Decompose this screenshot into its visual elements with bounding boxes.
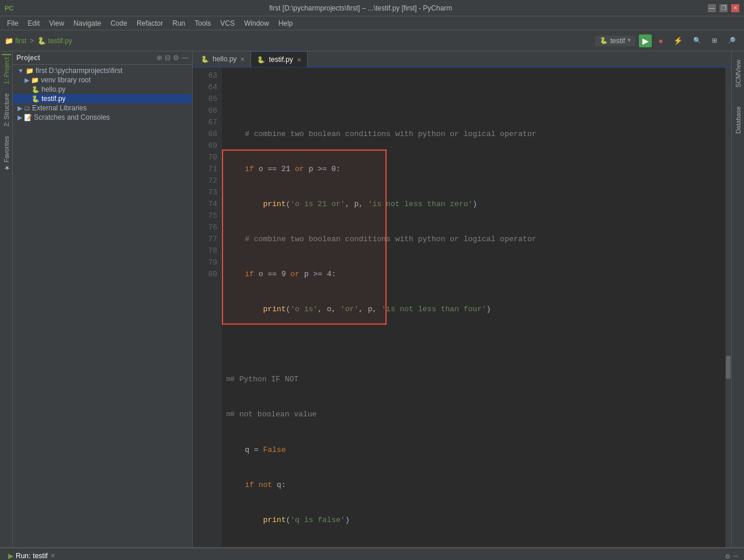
run-tab-name: testif — [33, 552, 47, 560]
run-tab-close[interactable]: ✕ — [50, 552, 55, 559]
editor-scrollbar[interactable] — [725, 68, 731, 547]
run-tab-icon: ▶ — [8, 552, 13, 560]
tree-item-venv-label: venv library root — [41, 76, 91, 84]
bottom-tab-run[interactable]: ▶ Run: testif ✕ — [2, 548, 61, 561]
concurrency-button[interactable]: ⊞ — [708, 36, 721, 46]
sidebar-vertical-tabs: 1: Project 2: Structure ★ Favorites — [0, 51, 13, 547]
sidebar-tab-structure[interactable]: 2: Structure — [2, 91, 11, 129]
menu-run[interactable]: Run — [168, 19, 190, 27]
maximize-button[interactable]: ❐ — [719, 4, 728, 12]
folder-expand-scratches-icon: ▶ — [18, 114, 22, 121]
py-icon-hello: 🐍 — [32, 86, 40, 93]
project-settings-icon[interactable]: ⚙ — [173, 54, 179, 62]
code-line-68: print('o is', o, 'or', p, 'is not less t… — [227, 304, 721, 315]
project-panel: Project ⊕ ⊟ ⚙ — ▼ 📁 first D:\pycharmproj… — [13, 51, 192, 547]
tab-testif-close[interactable]: ✕ — [297, 57, 301, 63]
bottom-panel: ▶ Run: testif ✕ ⚙ — ▶ ■ ▲ ▼ ⏸ ↵ 📌 ⚙ 🗑 o … — [0, 547, 744, 560]
project-add-icon[interactable]: ⊕ — [157, 54, 162, 62]
menu-edit[interactable]: Edit — [23, 19, 44, 27]
folder-icon-extlibs: 🗂 — [24, 105, 30, 112]
tree-item-hello-label: hello.py — [41, 85, 65, 93]
coverage-button[interactable]: ⚡ — [670, 35, 686, 46]
tree-item-venv[interactable]: ▶ 📁 venv library root — [13, 75, 192, 85]
right-tab-database[interactable]: Database — [733, 104, 743, 136]
sidebar: 1: Project 2: Structure ★ Favorites Proj… — [0, 51, 193, 547]
code-line-64: if o == 21 or p >= 0: — [227, 164, 721, 175]
run-tab-label: Run: — [16, 552, 30, 560]
close-button[interactable]: ✕ — [731, 4, 739, 12]
stop-button[interactable]: ■ — [655, 36, 666, 46]
bottom-tab-bar: ▶ Run: testif ✕ ⚙ — — [0, 548, 744, 560]
py-icon-testif: 🐍 — [32, 95, 40, 103]
tab-hello-label: hello.py — [213, 55, 237, 63]
menu-file[interactable]: File — [2, 19, 23, 27]
bottom-panel-close-icon[interactable]: — — [733, 552, 738, 560]
code-line-74: print('q is false') — [227, 514, 721, 526]
tree-item-root-label: first D:\pycharmprojects\first — [36, 67, 123, 75]
project-collapse-icon[interactable]: ⊟ — [165, 54, 171, 62]
code-line-66: # combine two boolean conditions with py… — [227, 234, 721, 245]
run-button[interactable]: ▶ — [639, 34, 652, 47]
project-close-icon[interactable]: — — [182, 54, 189, 62]
code-content[interactable]: # combine two boolean conditions with py… — [222, 68, 725, 547]
code-line-67: if o == 9 or p >= 4: — [227, 269, 721, 280]
folder-expand-venv-icon: ▶ — [25, 76, 29, 84]
window-controls[interactable]: — ❐ ✕ — [708, 4, 739, 12]
tree-item-testif-label: testif.py — [41, 95, 65, 103]
tab-hello-icon: 🐍 — [201, 55, 209, 63]
breadcrumb-first[interactable]: 📁 first — [5, 37, 26, 45]
menu-refactor[interactable]: Refactor — [132, 19, 168, 27]
tab-testif[interactable]: 🐍 testif.py ✕ — [251, 51, 307, 67]
folder-expand-extlibs-icon: ▶ — [18, 105, 22, 112]
folder-icon-root: 📁 — [26, 67, 34, 75]
tree-item-root[interactable]: ▼ 📁 first D:\pycharmprojects\first — [13, 66, 192, 75]
tab-hello-close[interactable]: ✕ — [240, 56, 245, 62]
menu-help[interactable]: Help — [274, 19, 298, 27]
code-line-69 — [227, 339, 721, 350]
menubar: File Edit View Navigate Code Refactor Ru… — [0, 16, 744, 30]
menu-view[interactable]: View — [44, 19, 69, 27]
search-everywhere-button[interactable]: 🔎 — [724, 36, 739, 46]
tab-hello[interactable]: 🐍 hello.py ✕ — [195, 51, 251, 67]
menu-window[interactable]: Window — [239, 19, 274, 27]
minimize-button[interactable]: — — [708, 4, 716, 12]
tree-item-hello[interactable]: 🐍 hello.py — [13, 85, 192, 94]
run-config-selector[interactable]: 🐍 testif ▼ — [595, 36, 635, 46]
tree-item-scratches[interactable]: ▶ 📝 Scratches and Consoles — [13, 113, 192, 122]
tree-item-testif[interactable]: 🐍 testif.py — [13, 94, 192, 103]
code-line-65: print('o is 21 or', p, 'is not less than… — [227, 199, 721, 210]
profile-button[interactable]: 🔍 — [690, 36, 705, 46]
code-line-71: ⊟# not boolean value — [227, 409, 721, 420]
project-label: Project — [16, 54, 40, 62]
menu-navigate[interactable]: Navigate — [69, 19, 106, 27]
menu-code[interactable]: Code — [106, 19, 132, 27]
bottom-panel-settings-icon[interactable]: ⚙ — [725, 552, 730, 561]
run-config-dropdown-icon: ▼ — [627, 37, 631, 44]
code-editor[interactable]: 63 64 65 66 67 68 69 70 71 72 73 74 75 7… — [193, 68, 731, 547]
code-line-70: ⊟# Python IF NOT — [227, 374, 721, 385]
project-header: Project ⊕ ⊟ ⚙ — — [13, 51, 192, 65]
right-tab-scmview[interactable]: SCMView — [733, 57, 743, 90]
window-title: first [D:\pycharmprojects\first] – ...\t… — [269, 4, 452, 12]
sidebar-tab-favorites[interactable]: ★ Favorites — [1, 134, 11, 174]
right-panel: SCMView Database — [731, 51, 744, 547]
app-logo: PC — [5, 5, 13, 12]
tab-testif-label: testif.py — [269, 55, 293, 64]
code-line-72: q = False — [227, 444, 721, 456]
sidebar-tab-project[interactable]: 1: Project — [2, 54, 11, 86]
menu-vcs[interactable]: VCS — [215, 19, 239, 27]
tree-item-scratches-label: Scratches and Consoles — [34, 113, 110, 121]
titlebar: PC first [D:\pycharmprojects\first] – ..… — [0, 0, 744, 16]
editor-scrollbar-thumb[interactable] — [726, 356, 731, 379]
breadcrumb-file[interactable]: 🐍 testif.py — [37, 37, 72, 45]
main-layout: 1: Project 2: Structure ★ Favorites Proj… — [0, 51, 744, 547]
folder-icon-venv: 📁 — [31, 76, 39, 84]
code-line-73: if not q: — [227, 479, 721, 491]
menu-tools[interactable]: Tools — [190, 19, 215, 27]
folder-expand-icon: ▼ — [18, 67, 24, 74]
code-line-63: # combine two boolean conditions with py… — [227, 128, 721, 140]
editor-tab-bar: 🐍 hello.py ✕ 🐍 testif.py ✕ — [193, 51, 731, 68]
toolbar: 📁 first > 🐍 testif.py 🐍 testif ▼ ▶ ■ ⚡ 🔍… — [0, 30, 744, 51]
file-tree: ▼ 📁 first D:\pycharmprojects\first ▶ 📁 v… — [13, 65, 192, 547]
tree-item-extlibs[interactable]: ▶ 🗂 External Libraries — [13, 103, 192, 113]
